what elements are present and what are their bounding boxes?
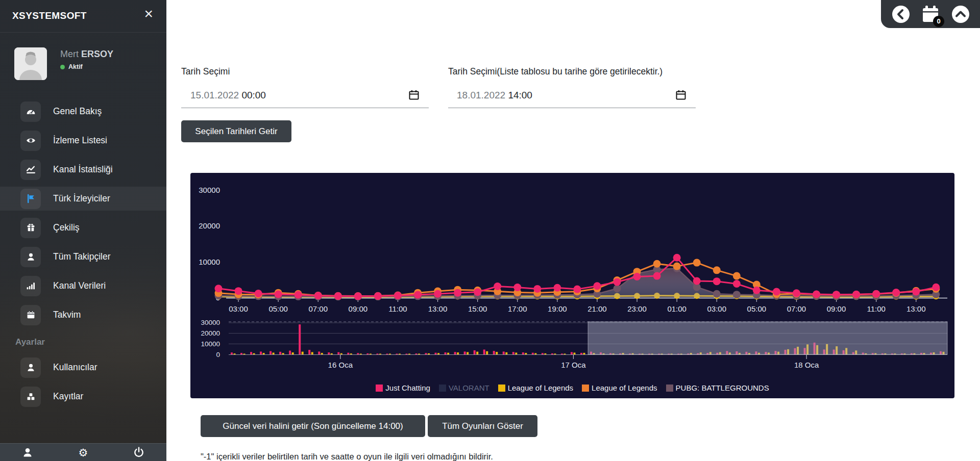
legend-item[interactable]: League of Legends [582,383,657,392]
sidebar: XSYSTEMSOFT × Mert ERSOY Aktif Genel Bak… [0,0,166,461]
svg-text:05:00: 05:00 [268,304,288,313]
date-from-calendar-icon[interactable] [408,89,420,103]
date-from-label: Tarih Seçimi [181,66,230,77]
flag-icon [20,189,41,209]
sidebar-item-label: Takvim [53,310,81,320]
date-from-time[interactable]: 00:00 [241,90,266,100]
date-to-calendar-icon[interactable] [675,89,687,103]
svg-text:07:00: 07:00 [787,304,806,313]
sidebar-item-label: Çekiliş [53,222,80,233]
user-icon [20,357,41,378]
svg-text:15:00: 15:00 [468,304,487,313]
svg-text:09:00: 09:00 [349,304,368,313]
sidebar-item-kullanicilar[interactable]: Kullanıcılar [0,355,166,379]
date-to-time[interactable]: 14:00 [508,90,532,100]
brand-logo: XSYSTEMSOFT [12,10,87,21]
svg-text:01:00: 01:00 [667,304,687,313]
svg-text:20000: 20000 [201,329,220,337]
legend-swatch [439,385,446,392]
calendar-widget-icon[interactable]: 0 [920,4,941,24]
chart-line-icon [20,160,41,180]
fetch-dates-button[interactable]: Seçilen Tarihleri Getir [181,120,291,142]
sidebar-item-kanal-verileri[interactable]: Kanal Verileri [0,274,166,298]
svg-text:07:00: 07:00 [308,304,328,313]
date-from-underline [181,108,429,108]
legend-label: League of Legends [592,383,657,392]
svg-text:09:00: 09:00 [827,304,846,313]
legend-item[interactable]: VALORANT [439,383,489,392]
channel-chart-svg: 010000200003000003:0005:0007:0009:0011:0… [190,173,954,398]
chart-legend: Just ChattingVALORANTLeague of LegendsLe… [190,383,954,392]
svg-text:13:00: 13:00 [906,304,926,313]
gear-icon[interactable]: ⚙ [73,447,93,458]
sidebar-item-turk-izleyiciler[interactable]: Türk İzleyiciler [0,187,166,211]
legend-swatch [498,385,505,392]
status-dot [60,65,65,69]
close-sidebar-icon[interactable]: × [144,6,153,21]
sidebar-item-label: Tüm Takipçiler [53,251,111,262]
svg-text:16 Oca: 16 Oca [328,361,353,369]
sidebar-item-izleme-listesi[interactable]: İzleme Listesi [0,129,166,152]
show-all-games-button[interactable]: Tüm Oyunları Göster [428,415,537,437]
svg-text:19:00: 19:00 [548,304,567,313]
svg-text:11:00: 11:00 [388,304,407,313]
legend-label: PUBG: BATTLEGROUNDS [676,383,769,392]
date-from-date[interactable]: 15.01.2022 [190,90,239,100]
date-to-input[interactable]: 18.01.2022 14:00 [457,90,532,101]
sidebar-item-label: İzleme Listesi [53,135,107,146]
gift-icon [20,218,41,238]
svg-text:30000: 30000 [199,186,220,194]
gauge-icon [20,101,41,122]
sidebar-item-cekilis[interactable]: Çekiliş [0,216,166,240]
sidebar-item-genel-bakis[interactable]: Genel Bakış [0,99,166,123]
sidebar-item-takvim[interactable]: Takvim [0,303,166,327]
svg-text:17:00: 17:00 [508,304,527,313]
date-to-label: Tarih Seçimi(Liste tablosu bu tarihe gör… [448,66,663,77]
sidebar-item-label: Türk İzleyiciler [53,193,110,204]
legend-label: Just Chatting [385,383,430,392]
calendar-badge: 0 [933,16,944,27]
user-first-name: Mert [60,49,81,59]
legend-item[interactable]: PUBG: BATTLEGROUNDS [666,383,769,392]
sidebar-item-tum-takipciler[interactable]: Tüm Takipçiler [0,245,166,269]
legend-label: League of Legends [508,383,573,392]
scroll-top-icon[interactable] [951,5,970,23]
navigator-brush[interactable] [588,322,947,354]
signal-bars-icon [20,276,41,296]
user-name: Mert ERSOY [60,49,113,60]
status-label: Aktif [68,63,83,70]
legend-swatch [666,385,673,392]
sidebar-item-kayitlar[interactable]: Kayıtlar [0,385,166,408]
sidebar-footer: ⚙ [0,443,166,461]
sidebar-item-label: Kanal İstatisliği [53,164,113,175]
back-icon[interactable] [892,5,910,23]
date-to-underline [448,108,696,108]
channel-chart: 010000200003000003:0005:0007:0009:0011:0… [190,173,954,398]
legend-item[interactable]: Just Chatting [376,383,430,392]
date-from-input[interactable]: 15.01.2022 00:00 [190,90,266,101]
date-to-date[interactable]: 18.01.2022 [457,90,505,100]
svg-text:21:00: 21:00 [587,304,607,313]
svg-text:20000: 20000 [199,221,220,230]
user-status: Aktif [60,63,83,70]
legend-item[interactable]: League of Legends [498,383,573,392]
avatar [14,47,47,80]
eye-icon [20,131,41,151]
legend-label: VALORANT [449,383,489,392]
svg-text:0: 0 [216,351,220,358]
sidebar-menu: Genel Bakış İzleme Listesi Kanal İstatis… [0,99,166,414]
refresh-data-button[interactable]: Güncel veri halini getir (Son güncelleme… [201,415,425,437]
svg-text:30000: 30000 [201,319,220,326]
calendar-icon [20,305,41,325]
sidebar-item-label: Kayıtlar [53,391,83,402]
sidebar-item-kanal-istatisligi[interactable]: Kanal İstatisliği [0,158,166,182]
svg-text:17 Oca: 17 Oca [561,361,586,369]
profile-icon[interactable] [17,447,38,458]
blocks-icon [20,387,41,407]
svg-text:18 Oca: 18 Oca [794,361,819,369]
power-icon[interactable] [129,447,149,458]
sidebar-item-label: Kanal Verileri [53,280,106,291]
svg-text:11:00: 11:00 [867,304,885,313]
sidebar-item-label: Kullanıcılar [53,362,97,373]
sidebar-header: XSYSTEMSOFT × [0,0,166,33]
